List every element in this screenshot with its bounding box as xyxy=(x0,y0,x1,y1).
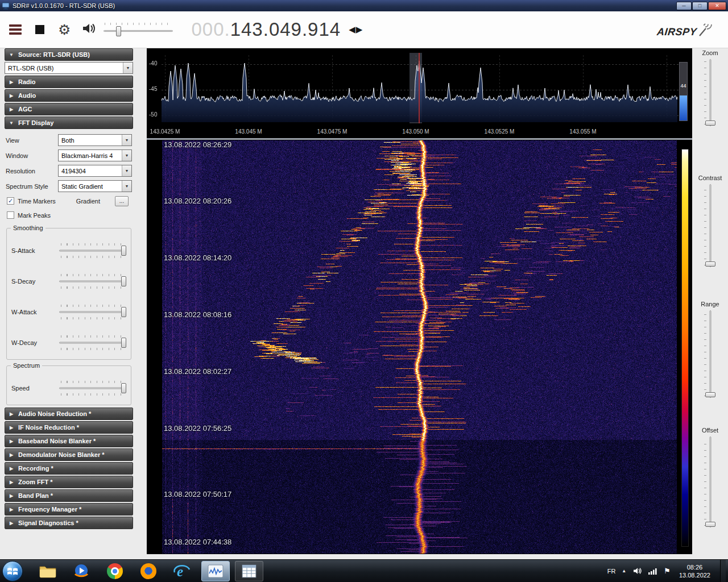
panel-header-recording[interactable]: ▶Recording * xyxy=(5,462,133,475)
minimize-button[interactable]: ─ xyxy=(676,2,692,10)
taskbar-sdrsharp[interactable] xyxy=(201,561,230,581)
speed-slider[interactable] xyxy=(59,379,126,397)
window-title: SDR# v1.0.0.1670 - RTL-SDR (USB) xyxy=(13,2,115,9)
internet-explorer-icon: e xyxy=(173,563,191,579)
frequency-leading-zeros: 000. xyxy=(191,19,230,40)
stop-button[interactable] xyxy=(35,25,44,34)
signal-meter: 44 xyxy=(679,62,688,121)
offset-slider[interactable] xyxy=(703,436,718,527)
show-desktop-button[interactable] xyxy=(720,560,726,582)
spectrum-style-select[interactable]: Static Gradient▼ xyxy=(58,180,132,192)
folder-icon xyxy=(39,564,56,578)
panel-header-radio[interactable]: ▶Radio xyxy=(5,76,133,88)
zoom-label: Zoom xyxy=(692,49,728,56)
source-select[interactable]: RTL-SDR (USB) ▼ xyxy=(5,62,133,74)
menu-button[interactable] xyxy=(9,24,22,35)
panel-header-fft-display[interactable]: ▼FFT Display xyxy=(5,117,133,129)
w-attack-slider[interactable] xyxy=(59,303,126,321)
resolution-select[interactable]: 4194304▼ xyxy=(58,165,132,177)
panel-header-band-plan[interactable]: ▶Band Plan * xyxy=(5,489,133,502)
sdrsharp-window-icon xyxy=(208,564,224,578)
gradient-button[interactable]: ... xyxy=(115,196,129,206)
time-marker: 13.08.2022 08:20:26 xyxy=(164,197,231,205)
frequency-display[interactable]: 000.143.049.914 xyxy=(191,19,341,40)
panel-title: Source: RTL-SDR (USB) xyxy=(18,51,90,58)
y-axis-tick: -40 xyxy=(149,60,157,66)
zoom-slider[interactable] xyxy=(703,59,718,126)
panel-header-agc[interactable]: ▶AGC xyxy=(5,103,133,115)
panel-title: Baseband Noise Blanker * xyxy=(18,438,96,444)
panel-header-baseband-noise-blanker[interactable]: ▶Baseband Noise Blanker * xyxy=(5,435,133,447)
system-tray: FR ▲ ⚑ 08:26 13.08.2022 xyxy=(607,560,728,582)
action-center-flag-icon[interactable]: ⚑ xyxy=(664,567,671,575)
spectrum-group: Spectrum Speed xyxy=(6,365,131,405)
start-button[interactable] xyxy=(2,561,23,581)
tune-up-arrow[interactable]: ▶ xyxy=(356,24,363,35)
taskbar-firefox[interactable] xyxy=(134,561,163,581)
x-axis-tick: 143.0525 M xyxy=(481,128,518,135)
maximize-button[interactable]: □ xyxy=(692,2,708,10)
expand-arrow-icon: ▶ xyxy=(9,493,14,498)
waterfall[interactable]: 13.08.2022 08:26:29 13.08.2022 08:20:26 … xyxy=(147,140,692,554)
tray-expand-icon[interactable]: ▲ xyxy=(622,568,626,573)
title-bar[interactable]: SDR# v1.0.0.1670 - RTL-SDR (USB) ─ □ ✕ xyxy=(0,0,728,11)
airspy-brand-text: AIRSPY xyxy=(656,26,697,38)
airspy-logo: AIRSPY xyxy=(657,22,714,38)
time-markers-checkbox[interactable]: ✓ xyxy=(7,197,14,205)
window-select[interactable]: Blackman-Harris 4▼ xyxy=(58,149,132,161)
expand-arrow-icon: ▶ xyxy=(9,480,14,485)
network-icon[interactable] xyxy=(648,567,657,575)
panel-header-if-noise-reduction[interactable]: ▶IF Noise Reduction * xyxy=(5,421,133,434)
taskbar-spreadsheet[interactable] xyxy=(235,561,263,581)
w-decay-slider[interactable] xyxy=(59,334,126,352)
waterfall-gradient-legend xyxy=(681,149,689,547)
range-slider[interactable] xyxy=(703,310,718,398)
dropdown-arrow-icon: ▼ xyxy=(123,63,133,73)
panel-header-signal-diagnostics[interactable]: ▶Signal Diagnostics * xyxy=(5,517,133,529)
tune-down-arrow[interactable]: ◀ xyxy=(349,24,355,35)
waterfall-canvas[interactable] xyxy=(162,140,677,554)
dropdown-arrow-icon: ▼ xyxy=(122,165,131,176)
taskbar-internet-explorer[interactable]: e xyxy=(168,561,196,581)
taskbar-media-player[interactable] xyxy=(67,561,96,581)
s-decay-slider[interactable] xyxy=(59,272,126,290)
mark-peaks-checkbox[interactable] xyxy=(7,211,14,219)
panel-header-source[interactable]: ▼ Source: RTL-SDR (USB) xyxy=(5,48,133,61)
panel-header-audio[interactable]: ▶Audio xyxy=(5,89,133,102)
x-axis-tick: 143.055 M xyxy=(565,128,601,135)
sdrsharp-window: SDR# v1.0.0.1670 - RTL-SDR (USB) ─ □ ✕ ⚙… xyxy=(0,0,728,559)
taskbar-clock[interactable]: 08:26 13.08.2022 xyxy=(679,563,710,579)
volume-icon[interactable] xyxy=(632,567,642,575)
time-marker: 13.08.2022 08:14:20 xyxy=(164,253,231,262)
resolution-label: Resolution xyxy=(6,168,58,174)
smoothing-group: Smoothing S-Attack S-Decay W-Attack W-De… xyxy=(6,228,131,360)
panel-header-demodulator-noise-blanker[interactable]: ▶Demodulator Noise Blanker * xyxy=(5,448,133,461)
panel-header-zoom-fft[interactable]: ▶Zoom FFT * xyxy=(5,476,133,488)
panel-header-frequency-manager[interactable]: ▶Frequency Manager * xyxy=(5,503,133,516)
volume-slider[interactable] xyxy=(104,22,173,38)
settings-gear-icon[interactable]: ⚙ xyxy=(58,23,71,37)
spectrum-analyzer[interactable]: -40 -45 -50 143.0425 M 143.045 M 143.047… xyxy=(147,48,692,138)
taskbar-explorer[interactable] xyxy=(34,561,62,581)
mark-peaks-label: Mark Peaks xyxy=(18,212,51,219)
mute-speaker-icon[interactable] xyxy=(82,23,97,36)
close-button[interactable]: ✕ xyxy=(708,2,726,10)
view-select[interactable]: Both▼ xyxy=(58,134,132,146)
time-markers-label: Time Markers xyxy=(18,198,56,205)
spectrum-canvas[interactable] xyxy=(147,48,692,128)
smoothing-title: Smoothing xyxy=(11,225,46,231)
time-marker: 13.08.2022 08:26:29 xyxy=(164,140,231,149)
contrast-label: Contrast xyxy=(692,174,728,181)
panel-title: FFT Display xyxy=(18,119,53,126)
panel-header-audio-noise-reduction[interactable]: ▶Audio Noise Reduction * xyxy=(5,408,133,420)
language-indicator[interactable]: FR xyxy=(607,568,616,575)
taskbar-chrome[interactable] xyxy=(101,561,129,581)
panel-title: AGC xyxy=(18,106,32,113)
windows-flag-icon xyxy=(7,566,18,576)
expand-arrow-icon: ▶ xyxy=(9,80,14,85)
contrast-slider[interactable] xyxy=(703,184,718,267)
s-attack-label: S-Attack xyxy=(10,247,59,254)
left-sidebar: ▼ Source: RTL-SDR (USB) RTL-SDR (USB) ▼ … xyxy=(5,48,133,537)
s-attack-slider[interactable] xyxy=(59,242,126,260)
expand-arrow-icon: ▶ xyxy=(9,521,14,526)
